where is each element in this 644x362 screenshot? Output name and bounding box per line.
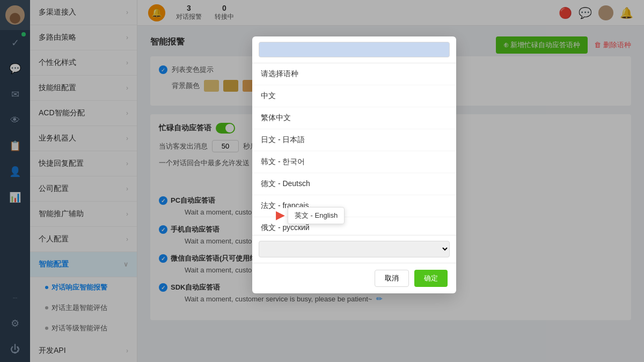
modal-select-row	[252, 235, 456, 263]
lang-option-german[interactable]: 德文 - Deutsch	[252, 173, 456, 195]
language-search-input[interactable]	[259, 42, 450, 57]
language-select-modal: 请选择语种 中文 繁体中文 日文 - 日本語 韩文 - 한국어 德文 - Deu…	[252, 36, 456, 293]
lang-option-placeholder[interactable]: 请选择语种	[252, 63, 456, 85]
lang-option-korean[interactable]: 韩文 - 한국어	[252, 151, 456, 173]
modal-footer: 取消 确定	[252, 263, 456, 293]
modal-overlay[interactable]: 请选择语种 中文 繁体中文 日文 - 日本語 韩文 - 한국어 德文 - Deu…	[0, 0, 644, 362]
confirm-button[interactable]: 确定	[414, 270, 448, 287]
lang-option-japanese[interactable]: 日文 - 日本語	[252, 129, 456, 151]
modal-search-area	[252, 36, 456, 63]
language-dropdown[interactable]	[259, 241, 450, 257]
cancel-button[interactable]: 取消	[375, 270, 409, 287]
arrow-annotation-left: ▶	[276, 208, 285, 222]
lang-tooltip[interactable]: 英文 - English	[288, 207, 345, 224]
lang-option-trad-chinese[interactable]: 繁体中文	[252, 107, 456, 129]
lang-option-chinese[interactable]: 中文	[252, 85, 456, 107]
